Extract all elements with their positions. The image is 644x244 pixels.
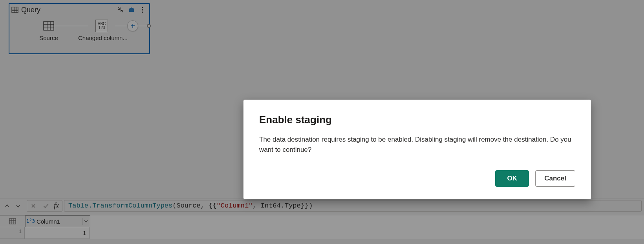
ok-button[interactable]: OK: [495, 170, 529, 187]
dialog-title: Enable staging: [259, 114, 575, 126]
cancel-button[interactable]: Cancel: [535, 170, 575, 187]
modal-overlay: Enable staging The data destination requ…: [0, 0, 644, 244]
dialog-body: The data destination requires staging to…: [259, 135, 575, 155]
enable-staging-dialog: Enable staging The data destination requ…: [243, 100, 591, 199]
dialog-actions: OK Cancel: [259, 170, 575, 187]
